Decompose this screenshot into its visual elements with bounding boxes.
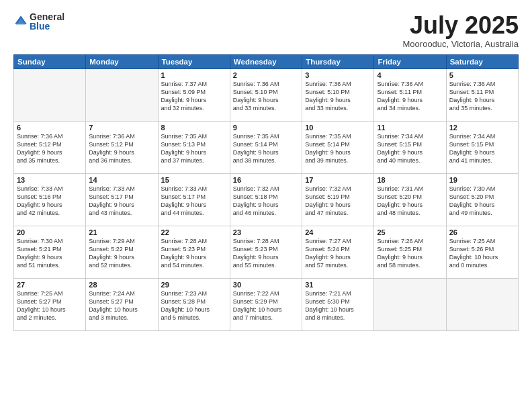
- day-number: 3: [305, 71, 371, 79]
- calendar-cell: 9Sunrise: 7:35 AM Sunset: 5:14 PM Daylig…: [230, 121, 302, 173]
- day-info: Sunrise: 7:35 AM Sunset: 5:14 PM Dayligh…: [305, 132, 371, 165]
- calendar-cell: [86, 68, 158, 121]
- day-number: 6: [17, 124, 83, 132]
- day-info: Sunrise: 7:37 AM Sunset: 5:09 PM Dayligh…: [161, 80, 227, 113]
- calendar-cell: 22Sunrise: 7:28 AM Sunset: 5:23 PM Dayli…: [158, 226, 230, 278]
- day-info: Sunrise: 7:24 AM Sunset: 5:27 PM Dayligh…: [89, 289, 154, 322]
- calendar: SundayMondayTuesdayWednesdayThursdayFrid…: [13, 54, 519, 331]
- day-info: Sunrise: 7:33 AM Sunset: 5:16 PM Dayligh…: [17, 185, 83, 218]
- calendar-week-4: 20Sunrise: 7:30 AM Sunset: 5:21 PM Dayli…: [14, 226, 519, 278]
- calendar-cell: 19Sunrise: 7:30 AM Sunset: 5:20 PM Dayli…: [446, 173, 518, 226]
- day-number: 22: [161, 228, 227, 236]
- calendar-cell: 10Sunrise: 7:35 AM Sunset: 5:14 PM Dayli…: [302, 121, 374, 173]
- day-info: Sunrise: 7:28 AM Sunset: 5:23 PM Dayligh…: [233, 237, 299, 270]
- day-number: 16: [233, 176, 299, 184]
- day-number: 30: [233, 281, 299, 289]
- day-number: 9: [233, 124, 299, 132]
- day-info: Sunrise: 7:36 AM Sunset: 5:11 PM Dayligh…: [449, 80, 515, 113]
- calendar-cell: 30Sunrise: 7:22 AM Sunset: 5:29 PM Dayli…: [230, 278, 302, 330]
- calendar-week-5: 27Sunrise: 7:25 AM Sunset: 5:27 PM Dayli…: [14, 278, 519, 330]
- day-number: 15: [161, 176, 227, 184]
- calendar-cell: 17Sunrise: 7:32 AM Sunset: 5:19 PM Dayli…: [302, 173, 374, 226]
- calendar-header-thursday: Thursday: [302, 54, 374, 68]
- day-info: Sunrise: 7:29 AM Sunset: 5:22 PM Dayligh…: [89, 237, 154, 270]
- day-info: Sunrise: 7:34 AM Sunset: 5:15 PM Dayligh…: [449, 132, 515, 165]
- calendar-cell: 8Sunrise: 7:35 AM Sunset: 5:13 PM Daylig…: [158, 121, 230, 173]
- calendar-header-wednesday: Wednesday: [230, 54, 302, 68]
- day-number: 20: [17, 228, 83, 236]
- day-number: 26: [449, 228, 515, 236]
- day-number: 13: [17, 176, 83, 184]
- day-number: 14: [89, 176, 154, 184]
- calendar-cell: 18Sunrise: 7:31 AM Sunset: 5:20 PM Dayli…: [374, 173, 446, 226]
- day-number: 18: [377, 176, 443, 184]
- calendar-cell: 15Sunrise: 7:33 AM Sunset: 5:17 PM Dayli…: [158, 173, 230, 226]
- calendar-header-friday: Friday: [374, 54, 446, 68]
- day-number: 21: [89, 228, 154, 236]
- calendar-cell: 3Sunrise: 7:36 AM Sunset: 5:10 PM Daylig…: [302, 68, 374, 121]
- day-info: Sunrise: 7:36 AM Sunset: 5:12 PM Dayligh…: [17, 132, 83, 165]
- calendar-cell: 12Sunrise: 7:34 AM Sunset: 5:15 PM Dayli…: [446, 121, 518, 173]
- logo: General Blue: [13, 12, 64, 31]
- day-info: Sunrise: 7:25 AM Sunset: 5:27 PM Dayligh…: [17, 289, 83, 322]
- day-number: 5: [449, 71, 515, 79]
- day-info: Sunrise: 7:30 AM Sunset: 5:20 PM Dayligh…: [449, 185, 515, 218]
- day-number: 28: [89, 281, 154, 289]
- logo-icon: [13, 14, 28, 29]
- calendar-cell: 25Sunrise: 7:26 AM Sunset: 5:25 PM Dayli…: [374, 226, 446, 278]
- day-number: 8: [161, 124, 227, 132]
- calendar-header-tuesday: Tuesday: [158, 54, 230, 68]
- calendar-week-3: 13Sunrise: 7:33 AM Sunset: 5:16 PM Dayli…: [14, 173, 519, 226]
- calendar-cell: 16Sunrise: 7:32 AM Sunset: 5:18 PM Dayli…: [230, 173, 302, 226]
- day-info: Sunrise: 7:23 AM Sunset: 5:28 PM Dayligh…: [161, 289, 227, 322]
- day-number: 24: [305, 228, 371, 236]
- day-info: Sunrise: 7:31 AM Sunset: 5:20 PM Dayligh…: [377, 185, 443, 218]
- header: General Blue July 2025 Moorooduc, Victor…: [13, 12, 519, 49]
- calendar-header-saturday: Saturday: [446, 54, 518, 68]
- calendar-cell: 23Sunrise: 7:28 AM Sunset: 5:23 PM Dayli…: [230, 226, 302, 278]
- calendar-cell: 2Sunrise: 7:36 AM Sunset: 5:10 PM Daylig…: [230, 68, 302, 121]
- calendar-cell: 26Sunrise: 7:25 AM Sunset: 5:26 PM Dayli…: [446, 226, 518, 278]
- calendar-week-1: 1Sunrise: 7:37 AM Sunset: 5:09 PM Daylig…: [14, 68, 519, 121]
- day-info: Sunrise: 7:27 AM Sunset: 5:24 PM Dayligh…: [305, 237, 371, 270]
- calendar-cell: 11Sunrise: 7:34 AM Sunset: 5:15 PM Dayli…: [374, 121, 446, 173]
- day-info: Sunrise: 7:35 AM Sunset: 5:14 PM Dayligh…: [233, 132, 299, 165]
- day-info: Sunrise: 7:26 AM Sunset: 5:25 PM Dayligh…: [377, 237, 443, 270]
- logo-text: General Blue: [30, 12, 64, 31]
- calendar-cell: [14, 68, 86, 121]
- day-info: Sunrise: 7:33 AM Sunset: 5:17 PM Dayligh…: [161, 185, 227, 218]
- day-info: Sunrise: 7:28 AM Sunset: 5:23 PM Dayligh…: [161, 237, 227, 270]
- calendar-cell: 13Sunrise: 7:33 AM Sunset: 5:16 PM Dayli…: [14, 173, 86, 226]
- day-number: 7: [89, 124, 154, 132]
- location: Moorooduc, Victoria, Australia: [403, 39, 519, 49]
- day-info: Sunrise: 7:22 AM Sunset: 5:29 PM Dayligh…: [233, 289, 299, 322]
- calendar-cell: 7Sunrise: 7:36 AM Sunset: 5:12 PM Daylig…: [86, 121, 158, 173]
- page: General Blue July 2025 Moorooduc, Victor…: [0, 0, 532, 411]
- day-number: 25: [377, 228, 443, 236]
- day-info: Sunrise: 7:33 AM Sunset: 5:17 PM Dayligh…: [89, 185, 154, 218]
- day-info: Sunrise: 7:35 AM Sunset: 5:13 PM Dayligh…: [161, 132, 227, 165]
- day-info: Sunrise: 7:36 AM Sunset: 5:10 PM Dayligh…: [305, 80, 371, 113]
- day-info: Sunrise: 7:21 AM Sunset: 5:30 PM Dayligh…: [305, 289, 371, 322]
- day-number: 1: [161, 71, 227, 79]
- calendar-header-sunday: Sunday: [14, 54, 86, 68]
- day-number: 11: [377, 124, 443, 132]
- title-block: July 2025 Moorooduc, Victoria, Australia: [403, 12, 519, 49]
- day-info: Sunrise: 7:36 AM Sunset: 5:12 PM Dayligh…: [89, 132, 154, 165]
- calendar-cell: 29Sunrise: 7:23 AM Sunset: 5:28 PM Dayli…: [158, 278, 230, 330]
- day-info: Sunrise: 7:25 AM Sunset: 5:26 PM Dayligh…: [449, 237, 515, 270]
- calendar-week-2: 6Sunrise: 7:36 AM Sunset: 5:12 PM Daylig…: [14, 121, 519, 173]
- day-number: 12: [449, 124, 515, 132]
- calendar-cell: 4Sunrise: 7:36 AM Sunset: 5:11 PM Daylig…: [374, 68, 446, 121]
- calendar-cell: 24Sunrise: 7:27 AM Sunset: 5:24 PM Dayli…: [302, 226, 374, 278]
- day-info: Sunrise: 7:32 AM Sunset: 5:18 PM Dayligh…: [233, 185, 299, 218]
- calendar-cell: 1Sunrise: 7:37 AM Sunset: 5:09 PM Daylig…: [158, 68, 230, 121]
- calendar-cell: 5Sunrise: 7:36 AM Sunset: 5:11 PM Daylig…: [446, 68, 518, 121]
- day-info: Sunrise: 7:34 AM Sunset: 5:15 PM Dayligh…: [377, 132, 443, 165]
- calendar-cell: 27Sunrise: 7:25 AM Sunset: 5:27 PM Dayli…: [14, 278, 86, 330]
- calendar-cell: 31Sunrise: 7:21 AM Sunset: 5:30 PM Dayli…: [302, 278, 374, 330]
- day-number: 29: [161, 281, 227, 289]
- day-number: 10: [305, 124, 371, 132]
- month-title: July 2025: [403, 12, 519, 39]
- logo-blue: Blue: [30, 21, 64, 31]
